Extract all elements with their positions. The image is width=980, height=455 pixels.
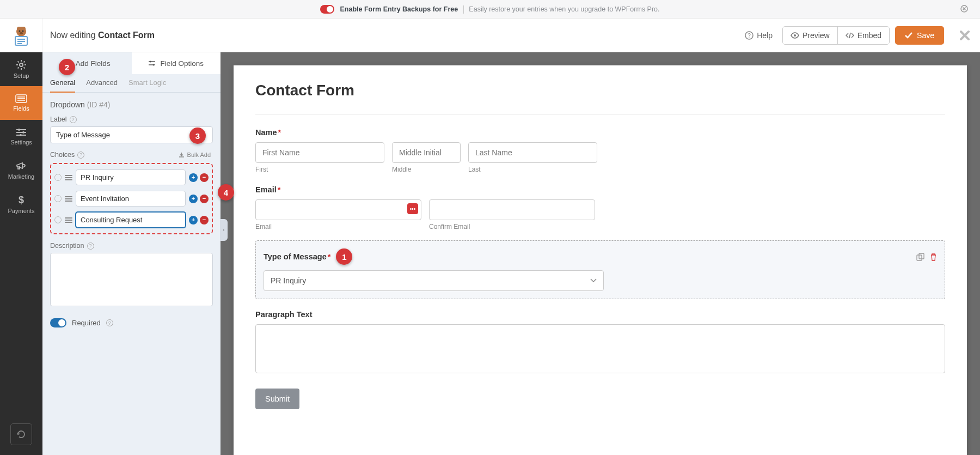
check-icon — [905, 32, 912, 39]
remove-choice-button[interactable]: − — [200, 195, 209, 203]
choice-radio[interactable] — [54, 195, 62, 202]
label-input[interactable] — [50, 126, 213, 143]
email-input[interactable] — [255, 199, 421, 220]
header-actions: ? Help Preview Embed Save — [745, 26, 970, 45]
choice-row: + − — [54, 212, 209, 228]
svg-point-6 — [20, 32, 23, 34]
first-sublabel: First — [255, 166, 384, 173]
page-title: Now editing Contact Form — [50, 31, 745, 40]
nav-setup[interactable]: Setup — [0, 52, 42, 86]
help-tooltip-icon[interactable]: ? — [77, 151, 84, 159]
choice-radio[interactable] — [54, 216, 62, 223]
close-builder-icon[interactable] — [959, 30, 970, 41]
choice-radio[interactable] — [54, 174, 62, 181]
subtab-general[interactable]: General — [50, 74, 75, 92]
type-label: Type of Message* — [264, 252, 330, 261]
panel-body: Dropdown (ID #4) Label ? Choices ? Bulk … — [42, 93, 220, 455]
embed-label: Embed — [857, 31, 881, 40]
nav-payments[interactable]: $ Payments — [0, 187, 42, 221]
svg-point-14 — [20, 63, 23, 66]
help-tooltip-icon[interactable]: ? — [106, 319, 113, 326]
svg-point-24 — [20, 134, 22, 136]
tab-add-fields[interactable]: Add Fields — [42, 52, 132, 74]
last-name-input[interactable] — [468, 142, 597, 163]
nav-settings[interactable]: Settings — [0, 120, 42, 154]
banner-toggle[interactable] — [320, 5, 334, 14]
nav-fields[interactable]: Fields — [0, 86, 42, 120]
type-dropdown[interactable]: PR Inquiry — [264, 270, 604, 291]
subtab-smart-logic[interactable]: Smart Logic — [128, 74, 166, 92]
form-preview: Contact Form Name* First Middle — [234, 65, 967, 455]
remove-choice-button[interactable]: − — [200, 173, 209, 182]
middle-sublabel: Middle — [392, 166, 461, 173]
description-label-text: Description — [50, 242, 84, 250]
add-choice-button[interactable]: + — [189, 216, 198, 225]
annotation-3: 3 — [189, 128, 206, 144]
choice-input[interactable] — [76, 169, 186, 185]
vertical-nav: Setup Fields Settings Marketing $ Paymen… — [0, 52, 42, 455]
name-field: Name* First Middle Last — [255, 128, 945, 173]
required-label: Required — [72, 319, 101, 327]
svg-point-4 — [19, 30, 20, 32]
banner-text-bold: Enable Form Entry Backups for Free — [340, 5, 458, 13]
tab-field-options[interactable]: Field Options — [132, 52, 221, 74]
save-button[interactable]: Save — [895, 26, 944, 45]
help-tooltip-icon[interactable]: ? — [87, 242, 94, 250]
help-tooltip-icon[interactable]: ? — [70, 116, 77, 123]
svg-text:$: $ — [19, 195, 24, 205]
svg-point-13 — [794, 34, 796, 37]
confirm-email-sublabel: Confirm Email — [429, 223, 595, 230]
choice-input[interactable] — [76, 212, 186, 228]
bullhorn-icon — [16, 161, 27, 171]
bulk-add-link[interactable]: Bulk Add — [179, 151, 211, 158]
banner-close-icon[interactable] — [960, 5, 968, 13]
history-icon — [16, 429, 26, 439]
paragraph-label: Paragraph Text — [255, 310, 945, 319]
embed-button[interactable]: Embed — [838, 27, 889, 44]
middle-initial-input[interactable] — [392, 142, 461, 163]
annotation-1: 1 — [336, 248, 352, 265]
revisions-button[interactable] — [10, 423, 32, 445]
gear-icon — [16, 59, 27, 70]
email-field: Email* ••• Email Confirm Email — [255, 185, 945, 230]
svg-point-2 — [17, 27, 21, 31]
code-icon — [846, 32, 854, 39]
svg-point-22 — [22, 131, 24, 134]
drag-handle-icon[interactable] — [65, 217, 72, 223]
svg-point-20 — [18, 129, 20, 131]
add-choice-button[interactable]: + — [189, 173, 198, 182]
collapse-panel-button[interactable]: ‹ — [220, 219, 228, 241]
duplicate-field-icon[interactable] — [916, 253, 924, 261]
tab-add-fields-label: Add Fields — [76, 59, 111, 68]
wpforms-logo[interactable] — [0, 19, 42, 52]
first-name-input[interactable] — [255, 142, 384, 163]
choice-input[interactable] — [76, 191, 186, 207]
required-toggle[interactable] — [50, 318, 66, 327]
choice-row: + − — [54, 169, 209, 185]
paragraph-textarea[interactable] — [255, 324, 945, 373]
drag-handle-icon[interactable] — [65, 196, 72, 202]
chevron-left-icon: ‹ — [223, 227, 225, 233]
sliders-icon — [148, 60, 156, 66]
sliders-icon — [16, 128, 27, 137]
description-textarea[interactable] — [50, 253, 213, 306]
paragraph-field: Paragraph Text — [255, 310, 945, 375]
add-choice-button[interactable]: + — [189, 195, 198, 203]
nav-marketing[interactable]: Marketing — [0, 154, 42, 187]
field-options-panel: Add Fields Field Options General Advance… — [42, 52, 220, 455]
choice-row: + − — [54, 191, 209, 207]
type-of-message-field[interactable]: Type of Message* 1 PR Inquiry — [255, 240, 945, 299]
field-type-name: Dropdown — [50, 100, 85, 109]
drag-handle-icon[interactable] — [65, 175, 72, 180]
help-link[interactable]: ? Help — [745, 31, 773, 40]
subtab-advanced[interactable]: Advanced — [86, 74, 118, 92]
preview-button[interactable]: Preview — [783, 27, 838, 44]
submit-button[interactable]: Submit — [255, 389, 299, 409]
email-label: Email* — [255, 185, 945, 194]
delete-field-icon[interactable] — [930, 253, 937, 261]
description-label: Description ? — [50, 242, 213, 250]
password-manager-icon[interactable]: ••• — [407, 203, 418, 214]
annotation-2: 2 — [59, 59, 75, 75]
confirm-email-input[interactable] — [429, 199, 595, 220]
remove-choice-button[interactable]: − — [200, 216, 209, 225]
